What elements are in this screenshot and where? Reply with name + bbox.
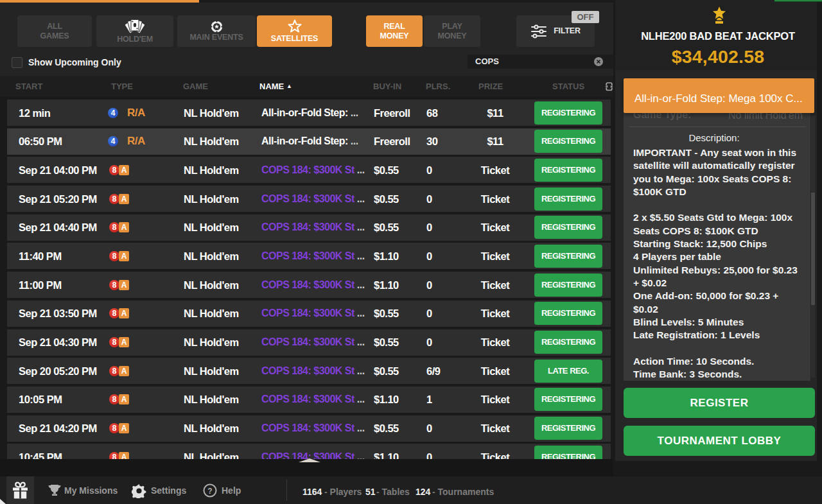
svg-text:?: ? [207, 487, 212, 496]
